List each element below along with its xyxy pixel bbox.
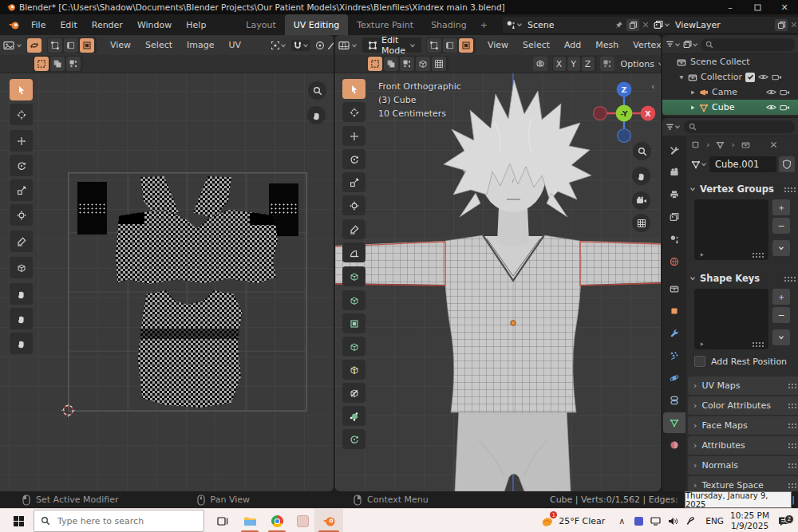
uv-menu-image[interactable]: Image: [180, 40, 221, 50]
mode-dropdown[interactable]: Edit Mode: [362, 37, 421, 53]
navigation-gizmo[interactable]: Z X -Y: [591, 80, 658, 147]
outliner-row-cube-selected[interactable]: Cube: [662, 100, 798, 115]
uv-tool-cursor[interactable]: [10, 104, 33, 125]
vp-menu-view[interactable]: View: [480, 40, 516, 50]
panel-uv-maps[interactable]: ›UV Maps: [688, 376, 798, 395]
outliner-row-camera[interactable]: Came: [662, 85, 798, 100]
tab-object[interactable]: [663, 301, 685, 321]
tool-rotate[interactable]: [342, 149, 365, 169]
camera-visibility-icon[interactable]: [772, 73, 782, 81]
tab-world[interactable]: [663, 251, 685, 272]
hide-eye-icon[interactable]: [766, 89, 776, 96]
vp-mode-button-5[interactable]: [432, 57, 446, 71]
network-icon[interactable]: [646, 517, 664, 526]
tab-constraints[interactable]: [663, 390, 685, 411]
breadcrumb-pin-icon[interactable]: [769, 140, 778, 149]
tool-tweak[interactable]: [342, 79, 365, 99]
uv-tool-transform[interactable]: [10, 204, 33, 226]
disclosure-triangle-icon[interactable]: [678, 74, 685, 81]
tray-chevron-icon[interactable]: ∧: [613, 516, 630, 526]
uv-island-sleeve-left[interactable]: [77, 182, 107, 234]
vp-mode-button-1[interactable]: [368, 57, 382, 71]
tab-collection[interactable]: [663, 278, 685, 299]
shape-key-specials-button[interactable]: [772, 329, 790, 345]
tab-object-data-active[interactable]: [663, 412, 685, 433]
tab-render[interactable]: [663, 162, 685, 183]
pen-icon[interactable]: [681, 516, 699, 526]
tool-transform[interactable]: [342, 195, 365, 215]
add-rest-position-row[interactable]: Add Rest Position: [694, 356, 787, 367]
blender-taskbar-button[interactable]: [314, 509, 343, 532]
breadcrumb-data-icon[interactable]: [741, 140, 750, 149]
uv-select-edge-button[interactable]: [64, 38, 78, 53]
tool-poly-build[interactable]: [342, 406, 365, 426]
vertex-group-remove-button[interactable]: −: [772, 218, 790, 234]
disclosure-triangle-icon[interactable]: [689, 104, 696, 111]
menu-file[interactable]: File: [24, 20, 53, 30]
tool-inset-faces[interactable]: [342, 313, 365, 333]
vp-menu-mesh[interactable]: Mesh: [588, 40, 626, 50]
breadcrumb-mesh-icon[interactable]: [716, 140, 725, 149]
task-view-button[interactable]: [209, 509, 236, 532]
start-button[interactable]: [3, 509, 34, 532]
sidebar-collapse-arrow[interactable]: ‹: [651, 81, 654, 92]
tab-particles[interactable]: [663, 345, 685, 366]
panel-attributes[interactable]: ›Attributes: [688, 436, 798, 455]
outliner-row-scene-collection[interactable]: Scene Collect: [662, 54, 798, 69]
collection-checkbox[interactable]: [745, 73, 755, 82]
vp-mode-button-2[interactable]: [384, 57, 398, 71]
tab-output[interactable]: [663, 184, 685, 205]
uv-tool-rip-region[interactable]: [10, 257, 33, 278]
camera-visibility-icon[interactable]: [780, 104, 790, 112]
vertex-group-specials-button[interactable]: [772, 240, 790, 256]
list-expand-icon[interactable]: [699, 341, 705, 347]
scene-selector[interactable]: Scene: [503, 17, 653, 33]
file-explorer-button[interactable]: [236, 509, 263, 532]
tab-view-layer[interactable]: [663, 207, 685, 227]
panel-grip[interactable]: [784, 187, 796, 192]
new-viewlayer-icon[interactable]: [775, 19, 788, 31]
taskbar-weather[interactable]: 1 25°F Clear: [539, 514, 605, 528]
uv-menu-view[interactable]: View: [103, 40, 138, 50]
mesh-datablock-icon[interactable]: [691, 160, 707, 169]
new-scene-icon[interactable]: [626, 19, 639, 31]
uv-menu-uv[interactable]: UV: [222, 40, 249, 50]
vp-menu-select[interactable]: Select: [516, 40, 557, 50]
pink-app-button[interactable]: [290, 509, 314, 532]
uv-tool-annotate[interactable]: [10, 231, 33, 252]
tool-annotate[interactable]: [342, 219, 365, 239]
maximize-button[interactable]: [744, 0, 771, 14]
vp-menu-vertex[interactable]: Vertex: [626, 40, 661, 50]
vp-camera-view-button[interactable]: [632, 191, 650, 210]
outliner-row-collection[interactable]: Collection: [662, 69, 798, 85]
action-center-button[interactable]: 2: [769, 516, 798, 526]
shape-keys-list[interactable]: [694, 289, 768, 349]
properties-filter-button[interactable]: [666, 123, 681, 132]
uv-2d-cursor[interactable]: [61, 404, 75, 417]
select-face-button[interactable]: [459, 38, 473, 53]
mirror-x-button[interactable]: X: [553, 57, 566, 71]
uv-tool-move[interactable]: [10, 130, 33, 152]
uv-sticky-shared-vertex-button[interactable]: [66, 57, 81, 71]
uv-tool-grab[interactable]: [10, 283, 33, 305]
snap-options-icon[interactable]: [600, 57, 614, 71]
pin-icon[interactable]: [614, 21, 623, 30]
unlink-scene-icon[interactable]: [642, 21, 650, 29]
vertex-groups-panel-header[interactable]: Vertex Groups: [689, 180, 796, 198]
mirror-z-button[interactable]: Z: [582, 57, 595, 71]
viewport-editor-type-button[interactable]: [338, 41, 358, 50]
tab-shading[interactable]: Shading: [422, 14, 476, 35]
uv-sync-selection-toggle[interactable]: [27, 38, 41, 53]
tab-tool[interactable]: [663, 140, 685, 160]
mesh-symmetry-icon[interactable]: [533, 57, 547, 71]
uv-pan-button[interactable]: [307, 106, 326, 124]
uv-tool-scale[interactable]: [10, 179, 33, 201]
uv-snap-group[interactable]: [291, 40, 310, 51]
tab-material[interactable]: [663, 435, 685, 455]
datablock-name-field[interactable]: Cube.001: [709, 156, 776, 172]
tool-add-cube[interactable]: [342, 266, 365, 286]
tab-texture-paint[interactable]: Texture Paint: [348, 14, 422, 35]
properties-search-input[interactable]: [684, 120, 795, 133]
outliner-filter-button[interactable]: [683, 40, 698, 49]
fake-user-shield-button[interactable]: [779, 156, 795, 172]
